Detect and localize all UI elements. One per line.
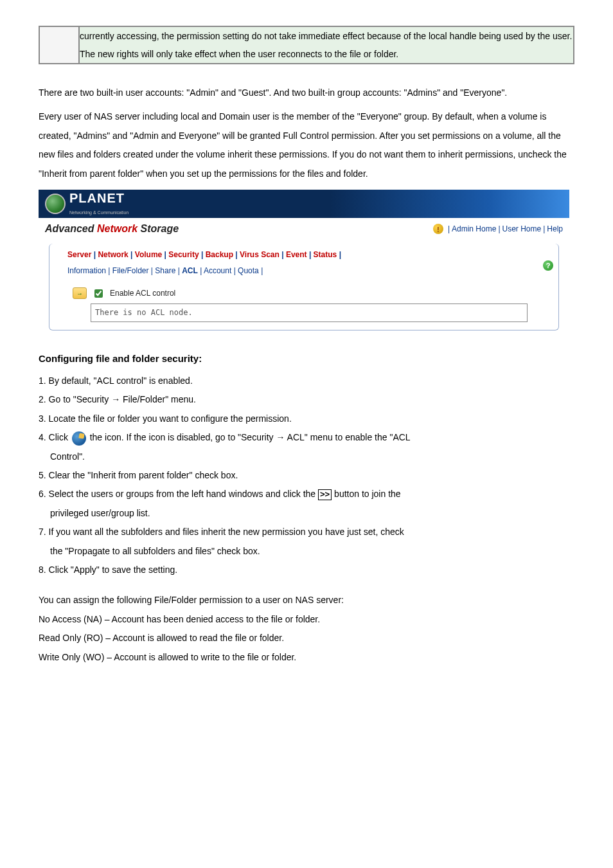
- intro-paragraph-1: There are two built-in user accounts: "A…: [39, 84, 574, 102]
- app-screenshot: PLANET Networking & Communication Advanc…: [39, 190, 569, 330]
- step-6c: privileged user/group list.: [39, 504, 574, 523]
- sep: |: [448, 222, 450, 237]
- acl-inline-icon: [72, 431, 86, 446]
- logo-subtitle: Networking & Communication: [69, 208, 129, 217]
- step-6: 6. Select the users or groups from the l…: [39, 485, 574, 523]
- tab-status[interactable]: Status: [314, 250, 337, 259]
- steps-list: 1. By default, "ACL control" is enabled.…: [39, 372, 574, 579]
- tab-backup[interactable]: Backup: [206, 250, 233, 259]
- tab-security[interactable]: Security: [168, 250, 199, 259]
- tab-network[interactable]: Network: [98, 250, 128, 259]
- step-5: 5. Clear the "Inherit from parent folder…: [39, 466, 574, 485]
- subtab-share[interactable]: Share: [155, 266, 175, 275]
- step-8: 8. Click "Apply" to save the setting.: [39, 561, 574, 579]
- title-suffix: Storage: [138, 223, 179, 234]
- main-panel: Server | Network | Volume | Security | B…: [49, 244, 559, 330]
- permission-na: No Access (NA) – Account has been denied…: [39, 610, 574, 629]
- step-6a: 6. Select the users or groups from the l…: [39, 489, 318, 499]
- subtab-account[interactable]: Account: [204, 266, 231, 275]
- tab-volume[interactable]: Volume: [135, 250, 162, 259]
- intro-paragraph-2: Every user of NAS server including local…: [39, 107, 574, 183]
- tab-server[interactable]: Server: [67, 250, 91, 259]
- title-prefix: Advanced: [45, 223, 97, 234]
- enable-acl-checkbox[interactable]: [94, 289, 103, 298]
- acl-status-text: There is no ACL node.: [91, 303, 528, 322]
- link-user-home[interactable]: User Home: [502, 222, 542, 237]
- enable-acl-label: Enable ACL control: [110, 286, 175, 301]
- step-2: 2. Go to "Security → File/Folder" menu.: [39, 390, 574, 409]
- permissions-block: You can assign the following File/Folder…: [39, 591, 574, 667]
- acl-controls: → Enable ACL control There is no ACL nod…: [73, 286, 535, 322]
- title-bar: Advanced Network Storage | Admin Home | …: [39, 218, 569, 241]
- step-4c: Control".: [39, 448, 574, 466]
- step-4: 4. Click the icon. If the icon is disabl…: [39, 428, 574, 466]
- app-header: PLANET Networking & Communication: [39, 190, 569, 218]
- step-7b: the "Propagate to all subfolders and fil…: [39, 542, 574, 561]
- link-help[interactable]: Help: [547, 222, 563, 237]
- subtab-information[interactable]: Information: [67, 266, 106, 275]
- link-admin-home[interactable]: Admin Home: [452, 222, 496, 237]
- subtab-quota[interactable]: Quota: [238, 266, 259, 275]
- step-4a: 4. Click: [39, 432, 71, 442]
- step-6b: button to join the: [332, 489, 400, 499]
- top-note-text: currently accessing, the permission sett…: [79, 26, 574, 64]
- sep: |: [543, 222, 545, 237]
- step-1: 1. By default, "ACL control" is enabled.: [39, 372, 574, 390]
- permission-wo: Write Only (WO) – Account is allowed to …: [39, 648, 574, 667]
- permission-ro: Read Only (RO) – Account is allowed to r…: [39, 629, 574, 647]
- logo-globe-icon: [45, 194, 66, 214]
- title-highlight: Network: [97, 223, 138, 234]
- permissions-intro: You can assign the following File/Folder…: [39, 591, 574, 610]
- step-4b: the icon. If the icon is disabled, go to…: [90, 432, 411, 442]
- tab-event[interactable]: Event: [286, 250, 307, 259]
- step-7a: 7. If you want all the subfolders and fi…: [39, 527, 404, 537]
- main-tabs: Server | Network | Volume | Security | B…: [49, 248, 558, 262]
- logo-text: PLANET: [69, 191, 125, 205]
- section-heading: Configuring file and folder security:: [39, 350, 574, 368]
- header-links: | Admin Home | User Home | Help: [433, 222, 563, 237]
- sep: |: [498, 222, 500, 237]
- sub-tabs: Information | File/Folder | Share | ACL …: [49, 262, 558, 278]
- subtab-filefolder[interactable]: File/Folder: [112, 266, 149, 275]
- subtab-acl[interactable]: ACL: [182, 266, 198, 275]
- step-3: 3. Locate the file or folder you want to…: [39, 410, 574, 428]
- tab-virus[interactable]: Virus Scan: [240, 250, 280, 259]
- step-7: 7. If you want all the subfolders and fi…: [39, 523, 574, 561]
- join-button-icon: >>: [318, 489, 332, 500]
- product-title: Advanced Network Storage: [45, 219, 179, 239]
- top-note-left-cell: [39, 26, 79, 64]
- top-note-table: currently accessing, the permission sett…: [39, 26, 574, 64]
- go-arrow-button[interactable]: →: [73, 287, 87, 299]
- alert-icon[interactable]: [433, 224, 443, 234]
- logo-text-block: PLANET Networking & Communication: [69, 191, 129, 217]
